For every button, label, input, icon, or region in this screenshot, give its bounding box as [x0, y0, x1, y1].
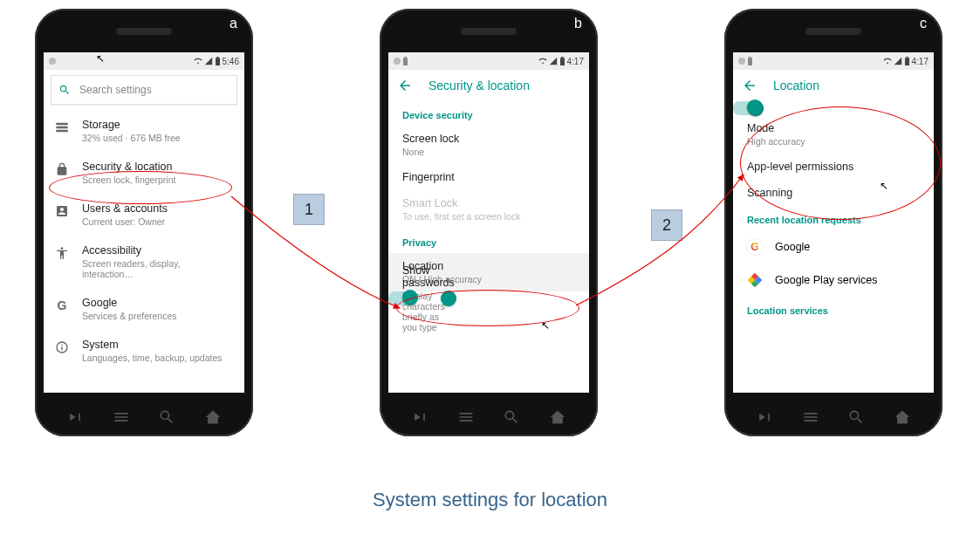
battery-icon	[559, 57, 565, 65]
android-nav-bar	[35, 408, 253, 426]
loc-app-google[interactable]: G Google	[733, 230, 934, 264]
status-time: 4:17	[567, 57, 584, 66]
status-dot-icon	[394, 58, 401, 65]
status-time: 4:17	[912, 57, 929, 66]
menu-icon[interactable]	[802, 408, 819, 426]
status-dot-icon	[49, 58, 56, 65]
appbar-title: Location	[773, 79, 819, 92]
android-nav-bar	[380, 408, 598, 426]
settings-row-storage[interactable]: Storage32% used · 676 MB free	[44, 110, 244, 152]
step-badge-2: 2	[651, 209, 682, 241]
cursor-icon: ↖	[541, 319, 550, 332]
app-bar: Location	[733, 70, 934, 101]
earpiece	[805, 28, 861, 35]
accessibility-icon	[54, 244, 70, 260]
earpiece	[116, 28, 172, 35]
section-recent-requests: Recent location requests	[733, 206, 934, 230]
pref-location-toggle[interactable]: On	[733, 101, 761, 115]
signal-icon	[549, 57, 558, 65]
settings-row-accessibility[interactable]: AccessibilityScreen readers, display, in…	[44, 236, 244, 288]
status-bar: 4:17	[388, 52, 589, 70]
svg-rect-3	[404, 57, 407, 58]
lock-icon	[54, 161, 70, 176]
search-nav-icon[interactable]	[503, 408, 520, 426]
search-placeholder: Search settings	[79, 84, 152, 96]
signal-icon	[894, 57, 902, 65]
svg-rect-2	[403, 58, 408, 65]
settings-row-google[interactable]: G GoogleServices & preferences	[44, 288, 244, 330]
figure-caption: System settings for location	[0, 489, 980, 511]
pref-app-permissions[interactable]: App-level permissions	[733, 154, 934, 180]
screen-c: 4:17 Location On Mode High accuracy App-…	[733, 52, 934, 393]
back-icon[interactable]	[66, 408, 84, 426]
android-nav-bar	[724, 408, 942, 426]
screen-a: 5:46 Search settings Storage32% used · 6…	[44, 52, 244, 393]
search-icon	[58, 84, 71, 96]
settings-row-system[interactable]: SystemLanguages, time, backup, updates	[44, 330, 244, 372]
status-time: 5:46	[223, 57, 239, 66]
search-nav-icon[interactable]	[847, 408, 865, 426]
phone-label-c: c	[920, 16, 927, 31]
section-device-security: Device security	[388, 101, 589, 126]
battery-icon	[215, 57, 221, 65]
storage-icon	[54, 119, 70, 134]
settings-row-users[interactable]: Users & accountsCurrent user: Owner	[44, 194, 244, 236]
phone-a: a 5:46 Search settings Storage32% used ·…	[35, 9, 253, 436]
loc-app-play-services[interactable]: Google Play services	[733, 264, 934, 297]
battery-small-icon	[747, 57, 753, 65]
search-settings-input[interactable]: Search settings	[51, 75, 237, 105]
back-arrow-icon[interactable]	[742, 78, 757, 93]
phone-label-a: a	[230, 16, 237, 31]
wifi-icon	[538, 57, 547, 65]
settings-row-security-location[interactable]: Security & locationScreen lock, fingerpr…	[44, 152, 244, 194]
svg-rect-0	[216, 58, 220, 65]
earpiece	[461, 28, 517, 35]
signal-icon	[204, 57, 213, 65]
back-icon[interactable]	[756, 408, 773, 426]
appbar-title: Security & location	[428, 79, 530, 92]
google-g-icon: G	[54, 297, 70, 312]
phone-c: c 4:17 Location On Mode High accuracy Ap…	[724, 9, 942, 436]
pref-scanning[interactable]: Scanning	[733, 180, 934, 206]
home-icon[interactable]	[549, 408, 566, 426]
section-privacy: Privacy	[388, 229, 589, 253]
step-badge-1: 1	[293, 194, 325, 225]
menu-icon[interactable]	[457, 408, 475, 426]
pref-screen-lock[interactable]: Screen lock None	[388, 126, 589, 164]
svg-rect-6	[748, 58, 752, 65]
svg-rect-9	[906, 57, 908, 58]
section-location-services: Location services	[733, 297, 934, 321]
search-nav-icon[interactable]	[158, 408, 175, 426]
screen-b: 4:17 Security & location Device security…	[388, 52, 589, 393]
info-icon	[54, 339, 70, 354]
svg-rect-7	[749, 57, 751, 58]
svg-rect-4	[560, 58, 565, 65]
pref-mode[interactable]: Mode High accuracy	[733, 115, 934, 154]
pref-smart-lock: Smart Lock To use, first set a screen lo…	[388, 190, 589, 229]
status-bar: 5:46	[44, 52, 244, 70]
svg-rect-5	[561, 57, 564, 58]
svg-rect-1	[216, 57, 219, 58]
phone-label-b: b	[574, 16, 582, 31]
back-arrow-icon[interactable]	[397, 78, 413, 93]
pref-fingerprint[interactable]: Fingerprint	[388, 164, 589, 190]
phone-b: b 4:17 Security & location Device securi…	[380, 9, 598, 436]
menu-icon[interactable]	[113, 408, 130, 426]
users-icon	[54, 202, 70, 218]
battery-small-icon	[402, 57, 408, 65]
status-bar: 4:17	[733, 52, 934, 70]
app-bar: Security & location	[388, 70, 589, 101]
google-logo-icon: G	[745, 237, 764, 257]
cursor-icon: ↖	[880, 180, 888, 192]
wifi-icon	[194, 57, 202, 65]
play-services-icon	[745, 271, 764, 290]
pref-show-passwords[interactable]: Show passwords Display characters briefl…	[388, 291, 416, 305]
wifi-icon	[883, 57, 892, 65]
battery-icon	[904, 57, 910, 65]
back-icon[interactable]	[411, 408, 428, 426]
status-dot-icon	[738, 58, 745, 65]
home-icon[interactable]	[204, 408, 222, 426]
cursor-icon: ↖	[96, 52, 105, 65]
svg-rect-8	[905, 58, 909, 65]
home-icon[interactable]	[894, 408, 911, 426]
